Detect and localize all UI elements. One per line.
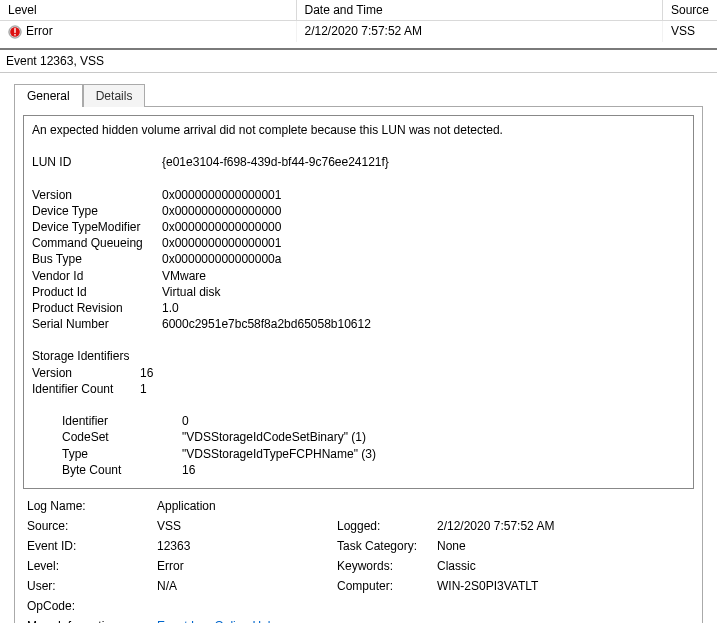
label-command-queueing: Command Queueing xyxy=(32,235,162,251)
label-vendor-id: Vendor Id xyxy=(32,268,162,284)
tab-strip: GeneralDetails xyxy=(0,73,717,106)
value-opcode xyxy=(157,599,337,613)
value-identifier-count: 1 xyxy=(140,382,147,396)
value-serial-number: 6000c2951e7bc58f8a2bd65058b10612 xyxy=(162,317,371,331)
label-identifier-count: Identifier Count xyxy=(32,381,140,397)
link-event-log-online-help[interactable]: Event Log Online Help xyxy=(157,619,277,623)
label-identifier: Identifier xyxy=(62,413,182,429)
value-task-category: None xyxy=(437,539,690,553)
label-storage-identifiers: Storage Identifiers xyxy=(32,348,685,364)
events-grid: Level Date and Time Source Error 2/12/20… xyxy=(0,0,717,42)
label-lun-id: LUN ID xyxy=(32,154,162,170)
value-type: "VDSStorageIdTypeFCPHName" (3) xyxy=(182,447,376,461)
value-command-queueing: 0x0000000000000001 xyxy=(162,236,281,250)
value-product-revision: 1.0 xyxy=(162,301,179,315)
value-computer: WIN-2S0PI3VATLT xyxy=(437,579,690,593)
label-source: Source: xyxy=(27,519,157,533)
label-codeset: CodeSet xyxy=(62,429,182,445)
col-header-level[interactable]: Level xyxy=(0,0,296,21)
value-vendor-id: VMware xyxy=(162,269,206,283)
label-opcode: OpCode: xyxy=(27,599,157,613)
label-task-category: Task Category: xyxy=(337,539,437,553)
label-byte-count: Byte Count xyxy=(62,462,182,478)
event-description-box[interactable]: An expected hidden volume arrival did no… xyxy=(23,115,694,489)
value-log-name: Application xyxy=(157,499,337,513)
tab-panel: An expected hidden volume arrival did no… xyxy=(14,106,703,623)
label-version: Version xyxy=(32,187,162,203)
col-header-source[interactable]: Source xyxy=(662,0,717,21)
error-icon xyxy=(8,25,22,39)
label-keywords: Keywords: xyxy=(337,559,437,573)
value-version: 0x0000000000000001 xyxy=(162,188,281,202)
label-bus-type: Bus Type xyxy=(32,251,162,267)
tab-details[interactable]: Details xyxy=(83,84,146,107)
value-identifier: 0 xyxy=(182,414,189,428)
label-user: User: xyxy=(27,579,157,593)
label-log-name: Log Name: xyxy=(27,499,157,513)
event-title: Event 12363, VSS xyxy=(0,48,717,73)
table-row[interactable]: Error 2/12/2020 7:57:52 AM VSS xyxy=(0,21,717,42)
row-level: Error xyxy=(26,24,53,38)
label-more-info: More Information: xyxy=(27,619,157,623)
value-bus-type: 0x000000000000000a xyxy=(162,252,281,266)
value-device-type: 0x0000000000000000 xyxy=(162,204,281,218)
value-device-type-modifier: 0x0000000000000000 xyxy=(162,220,281,234)
event-summary: An expected hidden volume arrival did no… xyxy=(32,122,685,138)
label-type: Type xyxy=(62,446,182,462)
value-event-id: 12363 xyxy=(157,539,337,553)
value-lun-id: {e01e3104-f698-439d-bf44-9c76ee24121f} xyxy=(162,155,389,169)
value-product-id: Virtual disk xyxy=(162,285,220,299)
value-si-version: 16 xyxy=(140,366,153,380)
tab-general[interactable]: General xyxy=(14,84,83,107)
label-device-type-modifier: Device TypeModifier xyxy=(32,219,162,235)
value-byte-count: 16 xyxy=(182,463,195,477)
label-computer: Computer: xyxy=(337,579,437,593)
svg-rect-3 xyxy=(14,34,15,36)
label-product-revision: Product Revision xyxy=(32,300,162,316)
label-level: Level: xyxy=(27,559,157,573)
value-codeset: "VDSStorageIdCodeSetBinary" (1) xyxy=(182,430,366,444)
label-si-version: Version xyxy=(32,365,140,381)
label-device-type: Device Type xyxy=(32,203,162,219)
label-logged: Logged: xyxy=(337,519,437,533)
value-level: Error xyxy=(157,559,337,573)
svg-rect-2 xyxy=(14,28,15,33)
label-product-id: Product Id xyxy=(32,284,162,300)
value-keywords: Classic xyxy=(437,559,690,573)
event-meta: Log Name: Application Source: VSS Logged… xyxy=(23,489,694,623)
value-user: N/A xyxy=(157,579,337,593)
label-serial-number: Serial Number xyxy=(32,316,162,332)
value-source: VSS xyxy=(157,519,337,533)
value-logged: 2/12/2020 7:57:52 AM xyxy=(437,519,690,533)
col-header-datetime[interactable]: Date and Time xyxy=(296,0,662,21)
row-source: VSS xyxy=(662,21,717,42)
row-datetime: 2/12/2020 7:57:52 AM xyxy=(296,21,662,42)
label-event-id: Event ID: xyxy=(27,539,157,553)
